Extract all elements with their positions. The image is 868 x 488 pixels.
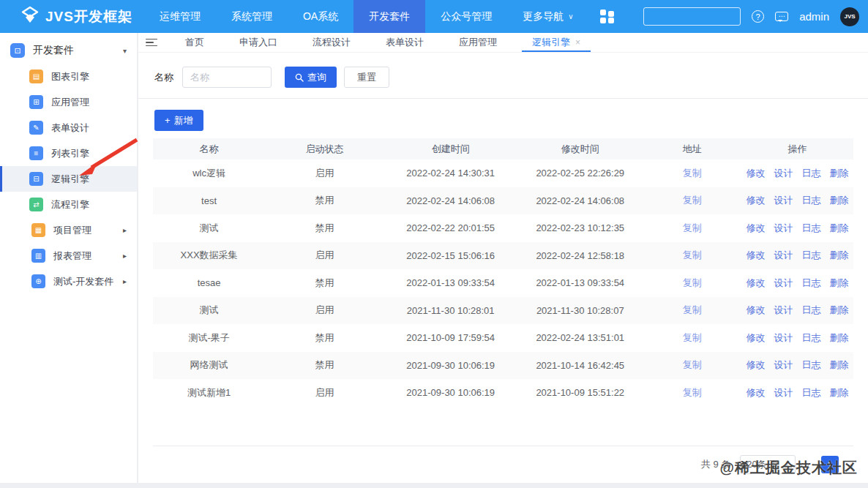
next-page-button[interactable]: › <box>848 459 855 471</box>
reset-button[interactable]: 重置 <box>344 67 389 88</box>
log-link[interactable]: 日志 <box>801 222 820 235</box>
table-body: wlc逻辑启用2022-02-24 14:30:312022-02-25 22:… <box>153 159 853 407</box>
test-devkit-icon: ⊕ <box>31 274 45 288</box>
tab-申请入口[interactable]: 申请入口 <box>222 33 295 52</box>
cell-name: XXX数据采集 <box>153 249 265 262</box>
help-icon[interactable]: ? <box>752 10 764 23</box>
design-link[interactable]: 设计 <box>774 222 793 235</box>
delete-link[interactable]: 删除 <box>829 386 848 399</box>
copy-link[interactable]: 复制 <box>683 222 702 233</box>
log-link[interactable]: 日志 <box>801 249 820 262</box>
edit-link[interactable]: 修改 <box>746 331 765 345</box>
page-size-select[interactable]: 20条/页 ∨ <box>740 455 796 474</box>
edit-link[interactable]: 修改 <box>746 304 765 317</box>
tab-应用管理[interactable]: 应用管理 <box>441 33 515 52</box>
user-avatar[interactable]: JVS <box>840 7 859 26</box>
top-nav-item-5[interactable]: 更多导航∨ <box>507 0 588 33</box>
delete-link[interactable]: 删除 <box>829 359 848 372</box>
cell-created: 2021-09-30 10:06:19 <box>384 360 517 371</box>
sidebar-item-逻辑引擎[interactable]: ⊟逻辑引擎 <box>0 166 137 192</box>
cell-status: 禁用 <box>265 194 384 207</box>
edit-link[interactable]: 修改 <box>746 167 765 180</box>
apps-grid-icon[interactable] <box>600 10 614 23</box>
tab-逻辑引擎[interactable]: 逻辑引擎× <box>515 33 598 52</box>
design-link[interactable]: 设计 <box>774 167 793 180</box>
log-link[interactable]: 日志 <box>801 386 820 399</box>
edit-link[interactable]: 修改 <box>746 277 765 290</box>
log-link[interactable]: 日志 <box>801 304 820 317</box>
top-nav-item-3[interactable]: 开发套件 <box>353 0 425 33</box>
log-link[interactable]: 日志 <box>801 359 820 372</box>
log-link[interactable]: 日志 <box>801 194 820 207</box>
design-link[interactable]: 设计 <box>774 359 793 372</box>
prev-page-button[interactable]: ‹ <box>805 459 812 471</box>
delete-link[interactable]: 删除 <box>829 277 848 290</box>
sidebar-item-项目管理[interactable]: ▦项目管理▸ <box>0 217 137 243</box>
search-icon <box>295 73 304 82</box>
sidebar-item-图表引擎[interactable]: ▤图表引擎 <box>0 64 137 89</box>
copy-link[interactable]: 复制 <box>683 387 702 398</box>
copy-link[interactable]: 复制 <box>683 168 702 179</box>
delete-link[interactable]: 删除 <box>829 331 848 345</box>
delete-link[interactable]: 删除 <box>829 249 848 262</box>
close-icon[interactable]: × <box>575 37 580 48</box>
log-link[interactable]: 日志 <box>801 167 820 180</box>
cell-status: 启用 <box>265 249 384 262</box>
delete-link[interactable]: 删除 <box>829 222 848 235</box>
cell-status: 禁用 <box>265 331 384 345</box>
sidebar-item-列表引擎[interactable]: ≡列表引擎 <box>0 140 137 166</box>
design-link[interactable]: 设计 <box>774 386 793 399</box>
sidebar-item-应用管理[interactable]: ⊞应用管理 <box>0 89 137 115</box>
logic-engine-icon: ⊟ <box>29 172 43 186</box>
cell-created: 2021-11-30 10:28:01 <box>384 305 517 316</box>
main-panel: 首页申请入口流程设计表单设计应用管理逻辑引擎× 名称 查询 重置 + 新增 名称… <box>138 33 868 483</box>
top-nav-item-4[interactable]: 公众号管理 <box>425 0 507 33</box>
sidebar-item-流程引擎[interactable]: ⇄流程引擎 <box>0 192 137 217</box>
sidebar-item-表单设计[interactable]: ✎表单设计 <box>0 115 137 140</box>
tab-首页[interactable]: 首页 <box>168 33 222 52</box>
cell-created: 2022-01-13 09:33:54 <box>384 277 517 288</box>
edit-link[interactable]: 修改 <box>746 386 765 399</box>
top-nav-item-2[interactable]: OA系统 <box>288 0 353 33</box>
sidebar-group-devkit[interactable]: ⊡ 开发套件 ▾ <box>0 37 137 64</box>
sidebar-item-报表管理[interactable]: ▥报表管理▸ <box>0 243 137 269</box>
top-nav-item-1[interactable]: 系统管理 <box>216 0 288 33</box>
edit-link[interactable]: 修改 <box>746 222 765 235</box>
copy-link[interactable]: 复制 <box>683 195 702 206</box>
tab-表单设计[interactable]: 表单设计 <box>368 33 441 52</box>
message-icon[interactable]: ⋯ <box>775 12 788 21</box>
sidebar-item-测试-开发套件[interactable]: ⊕测试-开发套件▸ <box>0 269 137 294</box>
edit-link[interactable]: 修改 <box>746 359 765 372</box>
cell-address: 复制 <box>643 222 741 235</box>
name-filter-input[interactable] <box>182 67 272 88</box>
copy-link[interactable]: 复制 <box>683 304 702 315</box>
search-button[interactable]: 查询 <box>285 67 337 88</box>
copy-link[interactable]: 复制 <box>683 332 702 343</box>
delete-link[interactable]: 删除 <box>829 167 848 180</box>
design-link[interactable]: 设计 <box>774 304 793 317</box>
log-link[interactable]: 日志 <box>801 277 820 290</box>
collapse-menu-icon[interactable] <box>146 33 157 52</box>
design-link[interactable]: 设计 <box>774 249 793 262</box>
design-link[interactable]: 设计 <box>774 331 793 345</box>
copy-link[interactable]: 复制 <box>683 277 702 288</box>
page-number-button[interactable]: 1 <box>821 456 839 473</box>
cell-address: 复制 <box>643 277 741 290</box>
global-search-input[interactable] <box>643 7 741 26</box>
form-design-icon: ✎ <box>29 121 43 135</box>
cell-address: 复制 <box>643 167 741 180</box>
design-link[interactable]: 设计 <box>774 194 793 207</box>
design-link[interactable]: 设计 <box>774 277 793 290</box>
copy-link[interactable]: 复制 <box>683 359 702 370</box>
log-link[interactable]: 日志 <box>801 331 820 345</box>
cell-address: 复制 <box>643 249 741 262</box>
copy-link[interactable]: 复制 <box>683 249 702 260</box>
delete-link[interactable]: 删除 <box>829 194 848 207</box>
edit-link[interactable]: 修改 <box>746 249 765 262</box>
delete-link[interactable]: 删除 <box>829 304 848 317</box>
add-button[interactable]: + 新增 <box>154 110 203 131</box>
filter-bar: 名称 查询 重置 <box>138 53 868 98</box>
top-nav-item-0[interactable]: 运维管理 <box>144 0 216 33</box>
tab-流程设计[interactable]: 流程设计 <box>295 33 368 52</box>
edit-link[interactable]: 修改 <box>746 194 765 207</box>
